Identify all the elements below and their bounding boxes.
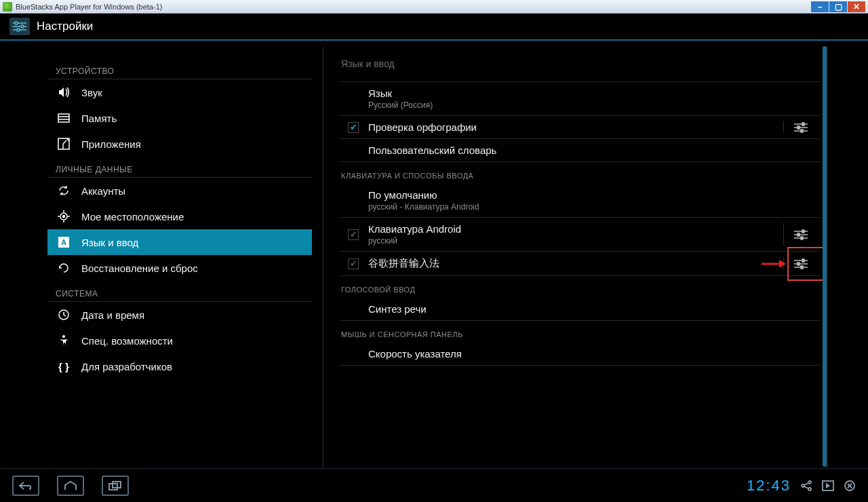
windows-titlebar: BlueStacks App Player for Windows (beta-… — [0, 0, 868, 14]
location-icon — [57, 210, 71, 223]
section-voice-header: ГОЛОСОВОЙ ВВОД — [340, 276, 820, 298]
sidebar-item-label: Память — [81, 113, 117, 124]
svg-point-5 — [17, 28, 20, 31]
window-controls: – ▢ ✕ — [810, 1, 865, 12]
nav-back-button[interactable] — [12, 476, 39, 496]
sidebar-item-label: Язык и ввод — [81, 237, 138, 248]
row-title: Клавиатура Android — [368, 223, 783, 235]
window-close-button[interactable]: ✕ — [848, 1, 865, 12]
reset-icon — [57, 261, 71, 275]
sidebar-item-label: Спец. возможности — [81, 335, 173, 347]
settings-sliders-button[interactable] — [783, 257, 817, 270]
svg-point-19 — [62, 335, 65, 338]
settings-sliders-button[interactable] — [783, 121, 817, 133]
row-default-input[interactable]: По умолчанию русский - Клавиатура Androi… — [340, 184, 820, 218]
svg-rect-31 — [801, 237, 803, 239]
row-language[interactable]: Язык Русский (Россия) — [340, 82, 820, 116]
svg-text:A: A — [61, 238, 66, 246]
svg-point-43 — [808, 481, 811, 484]
sidebar-item-developer[interactable]: { } Для разработчиков — [47, 353, 312, 379]
sound-icon — [57, 85, 71, 99]
app-header: Настройки — [0, 14, 868, 41]
sidebar-item-label: Мое местоположение — [81, 211, 184, 223]
checkbox-icon[interactable]: ✔ — [348, 122, 359, 133]
clock-icon — [57, 308, 71, 322]
content-area: УСТРОЙСТВО Звук Память Приложения ЛИЧНЫЕ… — [0, 41, 868, 467]
row-title: Язык — [368, 88, 817, 99]
sidebar-item-label: Звук — [81, 87, 102, 98]
row-user-dictionary[interactable]: Пользовательский словарь — [340, 139, 820, 162]
language-icon: A — [57, 235, 71, 249]
settings-sliders-button[interactable] — [783, 223, 817, 246]
panel-scrollbar[interactable] — [823, 46, 827, 474]
svg-point-3 — [15, 22, 18, 24]
row-title: По умолчанию — [368, 189, 817, 201]
row-title: Скорость указателя — [368, 348, 817, 360]
window-maximize-button[interactable]: ▢ — [829, 1, 847, 12]
row-title: Синтез речи — [368, 303, 817, 315]
window-minimize-button[interactable]: – — [811, 1, 829, 12]
row-title: 谷歌拼音输入法 — [368, 257, 783, 270]
svg-rect-29 — [802, 230, 804, 233]
svg-point-44 — [808, 488, 811, 490]
sidebar-item-label: Для разработчиков — [81, 361, 172, 372]
sidebar-section-personal: ЛИЧНЫЕ ДАННЫЕ — [47, 161, 312, 178]
developer-icon: { } — [57, 360, 71, 373]
memory-icon — [57, 111, 71, 125]
svg-rect-35 — [802, 259, 804, 262]
nav-home-button[interactable] — [57, 476, 84, 496]
sidebar-item-label: Приложения — [81, 138, 141, 150]
close-circle-icon[interactable] — [844, 480, 856, 492]
sidebar-item-location[interactable]: Мое местоположение — [47, 204, 312, 229]
svg-rect-37 — [801, 266, 803, 269]
apps-icon — [57, 137, 71, 151]
svg-point-42 — [802, 484, 804, 487]
sidebar-item-accessibility[interactable]: Спец. возможности — [47, 328, 312, 353]
bluestacks-logo-icon — [3, 2, 12, 12]
svg-line-46 — [804, 486, 808, 488]
svg-point-11 — [63, 216, 65, 218]
row-title: Проверка орфографии — [368, 121, 783, 133]
sidebar-item-language[interactable]: A Язык и ввод — [47, 229, 312, 255]
page-title: Настройки — [37, 20, 93, 33]
sidebar-item-label: Дата и время — [81, 309, 144, 321]
checkbox-icon: ✔ — [348, 229, 359, 240]
sidebar-item-label: Восстановление и сброс — [81, 263, 198, 274]
row-spellcheck[interactable]: ✔ Проверка орфографии — [340, 116, 820, 139]
row-google-pinyin[interactable]: ✔ 谷歌拼音输入法 — [340, 252, 820, 276]
android-navbar: 12:43 — [0, 468, 868, 502]
svg-rect-30 — [797, 233, 800, 236]
row-pointer-speed[interactable]: Скорость указателя — [340, 343, 820, 366]
checkbox-icon: ✔ — [348, 258, 359, 269]
sidebar: УСТРОЙСТВО Звук Память Приложения ЛИЧНЫЕ… — [47, 46, 312, 467]
sidebar-section-system: СИСТЕМА — [47, 285, 312, 302]
sidebar-item-sound[interactable]: Звук — [47, 79, 312, 105]
svg-rect-24 — [797, 126, 800, 129]
svg-rect-25 — [801, 130, 803, 132]
accessibility-icon — [57, 334, 71, 347]
row-subtitle: русский - Клавиатура Android — [368, 202, 817, 212]
svg-rect-36 — [797, 263, 800, 265]
window-title: BlueStacks App Player for Windows (beta-… — [16, 3, 162, 11]
sidebar-item-memory[interactable]: Память — [47, 105, 312, 131]
sidebar-item-accounts[interactable]: Аккаунты — [47, 178, 312, 204]
svg-point-4 — [21, 25, 24, 28]
row-title: Пользовательский словарь — [368, 144, 817, 156]
sync-icon — [57, 184, 71, 197]
svg-rect-23 — [802, 123, 804, 125]
share-icon[interactable] — [800, 480, 812, 492]
row-android-keyboard[interactable]: ✔ Клавиатура Android русский — [340, 218, 820, 252]
fullscreen-icon[interactable] — [822, 480, 834, 491]
sidebar-item-datetime[interactable]: Дата и время — [47, 302, 312, 328]
row-subtitle: русский — [368, 236, 783, 246]
row-subtitle: Русский (Россия) — [368, 100, 817, 110]
section-keyboard-header: КЛАВИАТУРА И СПОСОБЫ ВВОДА — [340, 162, 820, 184]
nav-recent-button[interactable] — [102, 476, 129, 496]
sidebar-item-label: Аккаунты — [81, 185, 125, 197]
settings-sliders-icon — [9, 18, 30, 35]
sidebar-item-apps[interactable]: Приложения — [47, 131, 312, 157]
row-tts[interactable]: Синтез речи — [340, 298, 820, 321]
system-tray — [800, 480, 856, 492]
sidebar-item-reset[interactable]: Восстановление и сброс — [47, 255, 312, 281]
panel-title: Язык и ввод — [340, 58, 820, 82]
